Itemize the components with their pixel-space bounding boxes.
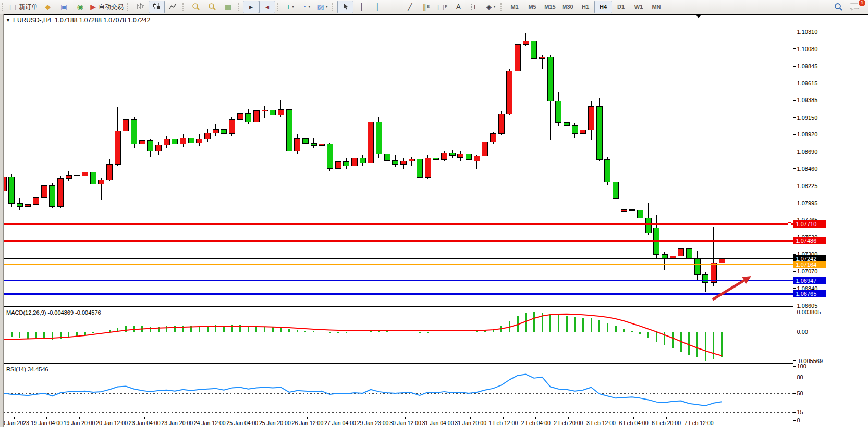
bar-chart-icon-glyph [137,3,144,11]
candle-body [270,110,276,115]
auto-trading-button[interactable]: ▶自动交易 [88,1,126,13]
candle-body [115,131,120,164]
chart-canvas[interactable]: 1.103101.100801.098451.096151.093851.091… [0,0,868,436]
candle-body [589,106,594,130]
candle-body [384,154,390,160]
zoom-in-icon[interactable] [188,1,204,13]
text-button[interactable]: A [450,1,467,13]
trendline-button[interactable]: ╱ [402,1,418,13]
toolbar-grip[interactable] [182,3,186,11]
toolbar-grip[interactable] [500,3,504,11]
candle-body [400,161,406,165]
price-tick-label: 1.07995 [797,200,818,206]
candle-body [515,45,521,71]
candle-body [33,197,39,204]
tf-button-M15[interactable]: M15 [541,1,559,13]
notifications-chat-icon[interactable]: 1 [847,1,863,13]
search-icon[interactable] [830,1,847,13]
toolbar-grip[interactable] [238,3,241,11]
candle-body [482,142,488,156]
new-order-button[interactable]: ▤新订单 [7,1,40,13]
candlestick-chart-icon[interactable] [149,1,165,13]
tf-button-M1[interactable]: M1 [506,1,523,13]
tf-button-H1[interactable]: H1 [577,1,594,13]
signals-icon[interactable]: ◉ [72,1,88,13]
channel-button[interactable]: ∥E [418,1,434,13]
candle-body [409,159,414,161]
time-tick-label: 29 Jan 23:00 [357,420,389,426]
chart-area[interactable]: 1.103101.100801.098451.096151.093851.091… [0,0,868,436]
toolbar-grip[interactable] [332,3,335,11]
toolbar-grip[interactable] [277,3,280,11]
time-tick-label: 25 Jan 04:00 [226,420,258,426]
tf-button-M5[interactable]: M5 [523,1,541,13]
periods-button-dropdown-icon[interactable]: ▾ [308,5,310,9]
line-handle[interactable] [788,222,791,226]
candle-body [82,172,88,176]
vertical-line-button[interactable]: │ [370,1,386,13]
candle-body [74,175,80,176]
templates-button-dropdown-icon[interactable]: ▾ [326,5,328,9]
time-tick-label: 2 Feb 04:00 [521,420,551,426]
price-tick-label: 1.08225 [797,183,818,189]
periods-button[interactable]: ◔▾ [298,1,314,13]
candle-body [246,113,251,122]
candle-body [376,122,382,154]
macd-pane[interactable] [4,308,793,364]
shapes-button-dropdown-icon[interactable]: ▾ [493,5,495,9]
rsi-pane[interactable] [4,365,793,417]
candle-body [393,160,398,164]
time-tick-label: 23 Jan 20:00 [161,420,193,426]
rsi-scale-label: 15 [797,409,803,415]
tf-button-D1[interactable]: D1 [612,1,630,13]
tf-button-M30[interactable]: M30 [559,1,577,13]
label-button[interactable]: T [467,1,483,13]
price-tick-label: 1.08920 [797,131,818,138]
notification-badge: 1 [858,0,866,7]
candle-body [286,110,292,151]
candle-body [686,248,692,258]
candle-body [719,259,725,263]
templates-button[interactable]: ▨▾ [314,1,331,13]
line-chart-icon[interactable] [165,1,181,13]
candle-body [474,156,480,161]
tile-windows-icon[interactable]: ▦ [220,1,236,13]
zoom-out-icon[interactable] [204,1,220,13]
price-tick-label: 1.09615 [797,80,818,86]
add-indicator-button-dropdown-icon[interactable]: ▾ [292,5,294,9]
data-window-icon[interactable]: ▣ [56,1,72,13]
crosshair-button[interactable]: ┼ [353,1,370,13]
bar-chart-icon[interactable] [132,1,149,13]
symbol-period-label: EURUSD-,H4 [13,17,51,24]
chart-shift-icon[interactable]: ◂ [259,1,275,13]
candle-body [556,101,561,123]
tf-button-W1[interactable]: W1 [630,1,647,13]
candle-body [156,145,162,151]
chevron-down-icon[interactable]: ▼ [6,18,10,23]
price-badge-label: 1.07486 [796,238,817,244]
auto-scroll-icon[interactable]: ▸ [243,1,259,13]
candle-body [449,153,455,155]
time-tick-label: 30 Jan 12:00 [389,420,421,426]
cursor-button[interactable] [337,1,353,13]
candle-body [327,144,333,169]
candle-body [547,57,553,101]
candle-body [360,158,365,163]
horizontal-line-button[interactable]: ─ [386,1,402,13]
toolbar-grip[interactable] [127,3,130,11]
candle-body [41,185,47,197]
rsi-scale-label: 80 [797,374,803,380]
candle-body [629,210,635,211]
candle-body [442,153,447,160]
fibonacci-button[interactable]: ▤F [434,1,450,13]
add-indicator-button[interactable]: +▾ [282,1,298,13]
shapes-button[interactable]: ◈▾ [483,1,499,13]
candle-body [237,113,243,120]
time-tick-label: 23 Jan 04:00 [129,420,161,426]
time-tick-label: 26 Jan 12:00 [292,420,324,426]
tf-button-H4[interactable]: H4 [594,1,612,13]
candle-body [180,138,186,144]
market-watch-icon[interactable]: ◆ [40,1,56,13]
tf-button-MN[interactable]: MN [647,1,665,13]
toolbar-grip[interactable] [2,3,5,11]
